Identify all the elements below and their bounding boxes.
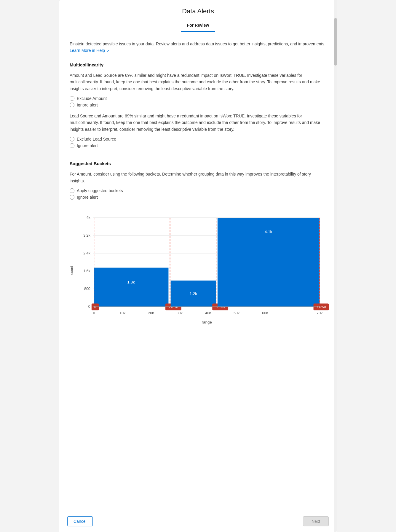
modal-footer: Cancel Next bbox=[59, 511, 337, 532]
multicollinearity-alert-1-options: Exclude Amount Ignore alert bbox=[70, 96, 326, 107]
apply-buckets-label: Apply suggested buckets bbox=[77, 188, 123, 193]
svg-text:3.2k: 3.2k bbox=[83, 233, 90, 238]
ignore-buckets-alert-option[interactable]: Ignore alert bbox=[70, 195, 326, 200]
modal-title: Data Alerts bbox=[59, 7, 337, 15]
external-link-icon: ↗ bbox=[107, 48, 109, 54]
buckets-chart-container: count 4k 3.2k bbox=[70, 206, 326, 335]
multicollinearity-alert-2-options: Exclude Lead Source Ignore alert bbox=[70, 137, 326, 148]
learn-more-link[interactable]: Learn More in Help ↗ bbox=[70, 48, 109, 53]
ignore-alert-2-option[interactable]: Ignore alert bbox=[70, 143, 326, 148]
svg-text:60k: 60k bbox=[262, 311, 268, 315]
svg-text:1.8k: 1.8k bbox=[127, 280, 135, 284]
apply-suggested-buckets-option[interactable]: Apply suggested buckets bbox=[70, 188, 326, 193]
svg-text:1.2k: 1.2k bbox=[189, 292, 197, 296]
multicollinearity-alert-2-desc: Lead Source and Amount are 69% similar a… bbox=[70, 113, 326, 133]
svg-text:4k: 4k bbox=[87, 216, 91, 220]
svg-text:30k: 30k bbox=[177, 311, 183, 315]
suggested-buckets-title: Suggested Buckets bbox=[70, 161, 326, 166]
modal-header: Data Alerts For Review bbox=[59, 0, 337, 32]
ignore-alert-2-radio[interactable] bbox=[70, 143, 74, 148]
next-button[interactable]: Next bbox=[303, 516, 329, 526]
apply-buckets-radio[interactable] bbox=[70, 188, 74, 193]
scrollbar-thumb[interactable] bbox=[334, 18, 337, 66]
chart-inner: 4k 3.2k 2.4k 1.6k 800 0 1.8k bbox=[75, 208, 326, 332]
y-axis-label: count bbox=[70, 266, 74, 275]
modal-body: Einstein detected possible issues in you… bbox=[59, 32, 337, 511]
cancel-button[interactable]: Cancel bbox=[67, 516, 93, 526]
scrollbar-track[interactable] bbox=[334, 0, 337, 532]
svg-text:2.4k: 2.4k bbox=[83, 251, 90, 255]
svg-text:40k: 40k bbox=[205, 311, 211, 315]
ignore-buckets-radio[interactable] bbox=[70, 195, 74, 200]
exclude-lead-source-radio[interactable] bbox=[70, 137, 74, 141]
exclude-amount-label: Exclude Amount bbox=[77, 96, 107, 101]
svg-text:1.6k: 1.6k bbox=[83, 269, 90, 273]
suggested-buckets-options: Apply suggested buckets Ignore alert bbox=[70, 188, 326, 200]
suggested-buckets-section: Suggested Buckets For Amount, consider u… bbox=[70, 161, 326, 335]
svg-text:0: 0 bbox=[94, 305, 96, 309]
exclude-lead-source-option[interactable]: Exclude Lead Source bbox=[70, 137, 326, 141]
svg-text:50k: 50k bbox=[234, 311, 240, 315]
ignore-buckets-label: Ignore alert bbox=[77, 195, 98, 200]
svg-text:4.1k: 4.1k bbox=[265, 230, 272, 234]
ignore-alert-1-label: Ignore alert bbox=[77, 103, 98, 107]
ignore-alert-2-label: Ignore alert bbox=[77, 143, 98, 148]
svg-text:range: range bbox=[202, 320, 212, 324]
ignore-alert-1-radio[interactable] bbox=[70, 103, 74, 107]
svg-text:70k: 70k bbox=[317, 311, 323, 315]
tab-bar: For Review bbox=[59, 20, 337, 32]
ignore-alert-1-option[interactable]: Ignore alert bbox=[70, 103, 326, 107]
svg-text:10k: 10k bbox=[119, 311, 126, 315]
svg-text:800: 800 bbox=[84, 287, 90, 291]
intro-text: Einstein detected possible issues in you… bbox=[70, 41, 326, 54]
modal-container: Data Alerts For Review Einstein detected… bbox=[59, 0, 337, 532]
svg-text:20k: 20k bbox=[148, 311, 154, 315]
multicollinearity-section: Multicollinearity Amount and Lead Source… bbox=[70, 62, 326, 148]
bar-1 bbox=[94, 267, 168, 306]
chart-area: count 4k 3.2k bbox=[70, 208, 326, 332]
exclude-amount-radio[interactable] bbox=[70, 96, 74, 101]
tab-for-review[interactable]: For Review bbox=[181, 20, 215, 32]
svg-text:71250: 71250 bbox=[317, 305, 326, 309]
chart-svg: 4k 3.2k 2.4k 1.6k 800 0 1.8k bbox=[75, 208, 326, 331]
exclude-lead-source-label: Exclude Lead Source bbox=[77, 137, 116, 141]
multicollinearity-title: Multicollinearity bbox=[70, 62, 326, 67]
exclude-amount-option[interactable]: Exclude Amount bbox=[70, 96, 326, 101]
svg-text:0: 0 bbox=[88, 305, 90, 309]
multicollinearity-alert-1-desc: Amount and Lead Source are 69% similar a… bbox=[70, 72, 326, 92]
svg-text:0: 0 bbox=[93, 311, 95, 315]
suggested-buckets-desc: For Amount, consider using the following… bbox=[70, 171, 326, 184]
